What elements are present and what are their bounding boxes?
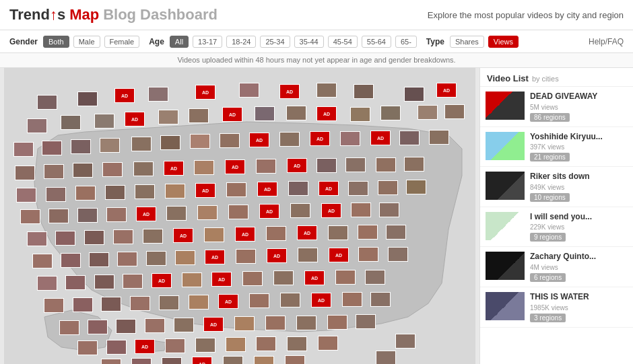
video-views: 849K views	[530, 184, 628, 191]
map-thumb-ad: AD	[203, 317, 224, 332]
map-thumb-ad: AD	[152, 273, 172, 288]
map-thumb-ad: AD	[310, 131, 330, 146]
video-item[interactable]: Zachary Quinto...4M views6 regions	[480, 247, 633, 287]
video-item[interactable]: THIS IS WATER1985K views3 regions	[480, 287, 633, 328]
map-thumb	[117, 252, 137, 266]
video-thumbnail	[486, 212, 525, 240]
map-thumb-ad: AD	[211, 272, 232, 287]
map-thumb	[265, 316, 286, 330]
age-35-44-button[interactable]: 35-44	[294, 36, 324, 48]
map-thumb-ad: AD	[192, 357, 212, 364]
map-thumb-ad: AD	[257, 182, 277, 196]
map-thumb	[190, 134, 210, 149]
map-thumb-ad: AD	[259, 204, 279, 219]
map-thumb	[354, 84, 374, 99]
video-regions: 3 regions	[530, 314, 566, 322]
map-thumb	[358, 247, 378, 262]
map-thumb	[20, 209, 40, 224]
video-views: 229K views	[530, 223, 628, 231]
map-thumb	[61, 253, 81, 268]
gender-female-button[interactable]: Female	[104, 36, 140, 48]
sidebar-subtitle: by cities	[532, 75, 559, 83]
map-thumb	[77, 208, 98, 223]
help-link[interactable]: Help/FAQ	[589, 37, 624, 46]
video-title: I will send you...	[530, 212, 628, 223]
video-item[interactable]: I will send you...229K views9 regions	[480, 207, 633, 248]
age-55-64-button[interactable]: 55-64	[362, 36, 391, 48]
video-item[interactable]: Yoshihide Kiryuu...397K views21 regions	[480, 127, 633, 168]
map-area[interactable]: AD AD AD AD AD AD AD	[0, 68, 479, 364]
map-thumb	[340, 131, 360, 146]
map-thumb	[348, 181, 368, 196]
map-thumb	[174, 318, 194, 332]
map-thumb	[254, 356, 274, 364]
logo-blog[interactable]: Blog	[103, 6, 136, 24]
main: AD AD AD AD AD AD AD	[0, 68, 633, 364]
video-regions: 9 regions	[530, 233, 566, 242]
sidebar-title: Video List	[487, 73, 529, 83]
noticebar: Videos uploaded within 48 hours may not …	[0, 53, 633, 68]
video-list[interactable]: DEAD GIVEAWAY5M views86 regionsYoshihide…	[480, 87, 633, 364]
map-thumb	[195, 338, 215, 353]
map-thumb	[228, 205, 248, 219]
map-thumb	[88, 320, 108, 334]
shares-button[interactable]: Shares	[450, 36, 484, 48]
video-item[interactable]: DEAD GIVEAWAY5M views86 regions	[480, 87, 633, 127]
age-18-24-button[interactable]: 18-24	[226, 36, 256, 48]
age-65-button[interactable]: 65-	[395, 36, 417, 48]
map-thumb	[37, 95, 57, 110]
map-thumb	[182, 272, 202, 287]
map-thumb	[370, 292, 391, 307]
video-views: 4M views	[530, 264, 628, 271]
map-thumb	[356, 314, 376, 329]
gender-male-button[interactable]: Male	[73, 36, 100, 48]
logo-dashboard[interactable]: Dashboard	[140, 6, 218, 24]
map-thumb-ad: AD	[135, 339, 155, 354]
map-thumb	[84, 230, 104, 245]
map-thumb	[345, 157, 366, 172]
map-thumb	[379, 203, 399, 217]
tagline: Explore the most popular videos by city …	[428, 10, 624, 20]
map-thumb-ad: AD	[267, 248, 287, 263]
map-thumb-ad: AD	[218, 294, 238, 309]
video-thumbnail	[486, 252, 525, 280]
views-button[interactable]: Views	[488, 36, 519, 48]
gender-both-button[interactable]: Both	[43, 36, 69, 48]
map-thumb-ad: AD	[370, 131, 391, 145]
map-thumb	[44, 298, 64, 313]
video-item[interactable]: Riker sits down849K views10 regions	[480, 167, 633, 207]
video-info: DEAD GIVEAWAY5M views86 regions	[530, 92, 628, 122]
map-thumb-ad: AD	[311, 293, 331, 307]
map-thumb	[46, 187, 66, 202]
map-thumb	[166, 206, 187, 221]
age-all-button[interactable]: All	[170, 36, 189, 48]
map-thumb	[358, 225, 378, 240]
map-thumb	[55, 231, 75, 246]
map-thumb	[288, 181, 308, 196]
map-thumb-ad: AD	[125, 112, 145, 126]
map-thumb	[159, 295, 179, 310]
map-thumb-ad: AD	[164, 161, 184, 176]
map-thumb-ad: AD	[114, 88, 135, 103]
logo-arrow: ↑	[50, 6, 57, 23]
map-thumb	[106, 340, 127, 355]
map-thumb	[130, 296, 150, 311]
age-label: Age	[149, 37, 164, 46]
map-thumb-ad: AD	[436, 83, 457, 98]
map-thumb	[316, 83, 337, 98]
video-views: 5M views	[530, 104, 628, 111]
map-thumb	[318, 336, 338, 351]
map-thumb	[165, 184, 185, 198]
map-thumb-ad: AD	[249, 133, 269, 147]
video-views: 397K views	[530, 143, 628, 151]
age-25-34-button[interactable]: 25-34	[260, 36, 290, 48]
age-13-17-button[interactable]: 13-17	[193, 36, 222, 48]
map-thumb	[395, 334, 415, 349]
age-45-54-button[interactable]: 45-54	[328, 36, 358, 48]
map-thumb	[77, 92, 98, 106]
video-regions: 86 regions	[530, 113, 570, 122]
map-thumb	[255, 106, 275, 121]
map-thumb	[94, 275, 114, 289]
map-thumb	[350, 107, 370, 122]
logo-map[interactable]: Map	[69, 6, 99, 24]
